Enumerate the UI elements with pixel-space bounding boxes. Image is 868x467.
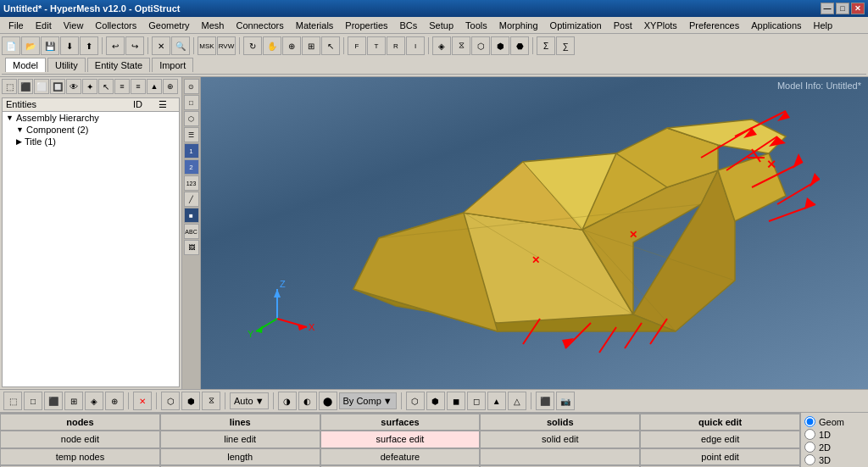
rotate-button[interactable]: ↻ <box>243 36 262 55</box>
sb-tool4[interactable]: 🔲 <box>50 79 65 94</box>
tool4[interactable]: ⬢ <box>491 36 509 55</box>
bt-render5[interactable]: ▲ <box>487 392 506 410</box>
menu-item-post[interactable]: Post <box>609 19 637 31</box>
menu-item-preferences[interactable]: Preferences <box>684 19 744 31</box>
menu-item-edit[interactable]: Edit <box>31 19 57 31</box>
bt-tool1[interactable]: ⬚ <box>3 392 22 410</box>
redo-button[interactable]: ↪ <box>125 36 144 55</box>
open-button[interactable]: 📂 <box>21 36 40 55</box>
bt-tool9[interactable]: ⬢ <box>181 392 200 410</box>
mask-button[interactable]: MSK <box>198 36 216 55</box>
delete-button[interactable]: ✕ <box>152 36 170 55</box>
vp-btn9[interactable]: ■ <box>184 208 199 223</box>
bt-tool5[interactable]: ◈ <box>85 392 103 410</box>
cell-line-edit[interactable]: line edit <box>160 431 320 448</box>
bt-tool3[interactable]: ⬛ <box>44 392 63 410</box>
bt-tool6[interactable]: ⊕ <box>105 392 124 410</box>
tab-model[interactable]: Model <box>5 58 46 72</box>
radio-1d-input[interactable] <box>804 429 815 440</box>
bt-anim1[interactable]: ⬛ <box>536 392 554 410</box>
tool6[interactable]: Σ <box>537 36 555 55</box>
bt-tool7[interactable]: ✕ <box>133 392 152 410</box>
zoom-button[interactable]: ⊕ <box>282 36 301 55</box>
sb-tool1[interactable]: ⬚ <box>2 79 17 94</box>
bt-tool4[interactable]: ⊞ <box>64 392 83 410</box>
sb-tool2[interactable]: ⬛ <box>18 79 33 94</box>
menu-item-materials[interactable]: Materials <box>291 19 339 31</box>
vp-btn3[interactable]: ⬡ <box>184 111 199 126</box>
vp-btn1[interactable]: ⊙ <box>184 79 199 94</box>
radio-2d[interactable]: 2D <box>804 442 865 453</box>
view-iso[interactable]: I <box>406 36 425 55</box>
save-button[interactable]: 💾 <box>41 36 59 55</box>
bycomp-dropdown[interactable]: By Comp ▼ <box>339 392 397 409</box>
menu-item-morphing[interactable]: Morphing <box>494 19 543 31</box>
bt-comp3[interactable]: ⬤ <box>319 392 337 410</box>
sb-icon1[interactable]: ▲ <box>147 79 162 94</box>
tool2[interactable]: ⧖ <box>452 36 470 55</box>
radio-2d-input[interactable] <box>804 442 815 453</box>
menu-item-file[interactable]: File <box>3 19 29 31</box>
menu-item-connectors[interactable]: Connectors <box>231 19 288 31</box>
menu-item-xyplots[interactable]: XYPlots <box>639 19 682 31</box>
find-button[interactable]: 🔍 <box>171 36 190 55</box>
vp-btn8[interactable]: ╱ <box>184 192 199 207</box>
menu-item-help[interactable]: Help <box>809 19 838 31</box>
auto-dropdown[interactable]: Auto ▼ <box>230 392 269 409</box>
menu-item-tools[interactable]: Tools <box>460 19 492 31</box>
vp-btn5[interactable]: 1 <box>184 143 199 158</box>
maximize-button[interactable]: □ <box>836 3 849 14</box>
vp-btn7[interactable]: 123 <box>184 175 199 191</box>
export-button[interactable]: ⬆ <box>80 36 98 55</box>
tool3[interactable]: ⬡ <box>471 36 490 55</box>
tab-utility[interactable]: Utility <box>47 58 86 72</box>
sb-tool7[interactable]: ↖ <box>98 79 114 94</box>
bt-tool2[interactable]: □ <box>24 392 42 410</box>
tool7[interactable]: ∑ <box>556 36 575 55</box>
menu-item-mesh[interactable]: Mesh <box>197 19 230 31</box>
menu-item-geometry[interactable]: Geometry <box>143 19 194 31</box>
tree-assembly[interactable]: ▼ Assembly Hierarchy <box>3 112 179 124</box>
fit-button[interactable]: ⊞ <box>302 36 320 55</box>
tab-import[interactable]: Import <box>152 58 193 72</box>
view-front[interactable]: F <box>348 36 366 55</box>
close-button[interactable]: ✕ <box>851 3 865 14</box>
cell-edge-edit[interactable]: edge edit <box>640 431 800 448</box>
tool1[interactable]: ◈ <box>432 36 451 55</box>
bt-comp1[interactable]: ◑ <box>278 392 297 410</box>
cell-solid-edit[interactable]: solid edit <box>480 431 640 448</box>
tool5[interactable]: ⬣ <box>510 36 529 55</box>
undo-button[interactable]: ↩ <box>106 36 125 55</box>
review-button[interactable]: RVW <box>217 36 236 55</box>
tree-component[interactable]: ▼ Component (2) <box>3 124 179 136</box>
bt-render1[interactable]: ⬡ <box>406 392 425 410</box>
menu-item-bcs[interactable]: BCs <box>395 19 423 31</box>
menu-item-setup[interactable]: Setup <box>424 19 459 31</box>
sb-icon2[interactable]: ⊕ <box>163 79 178 94</box>
menu-item-optimization[interactable]: Optimization <box>545 19 607 31</box>
sb-tool3[interactable]: ⬜ <box>34 79 49 94</box>
view-top[interactable]: T <box>367 36 386 55</box>
cell-surface-edit[interactable]: surface edit <box>320 431 481 448</box>
cell-node-edit[interactable]: node edit <box>0 431 160 448</box>
cell-temp-nodes[interactable]: temp nodes <box>0 448 160 465</box>
bt-comp2[interactable]: ◐ <box>298 392 317 410</box>
bt-anim2[interactable]: 📷 <box>556 392 575 410</box>
vp-btn4[interactable]: ☰ <box>184 127 199 142</box>
vp-btn6[interactable]: 2 <box>184 159 199 175</box>
bt-tool8[interactable]: ⬡ <box>161 392 180 410</box>
radio-geom[interactable]: Geom <box>804 416 865 427</box>
sb-tool5[interactable]: 👁 <box>66 79 81 94</box>
radio-3d[interactable]: 3D <box>804 454 865 465</box>
cell-defeature[interactable]: defeature <box>320 448 481 465</box>
minimize-button[interactable]: — <box>821 3 834 14</box>
view-right[interactable]: R <box>387 36 405 55</box>
bt-tool10[interactable]: ⧖ <box>202 392 220 410</box>
menu-item-applications[interactable]: Applications <box>746 19 806 31</box>
bt-render3[interactable]: ◼ <box>447 392 465 410</box>
viewport[interactable]: Model Info: Untitled* 1CAE.COM <box>201 77 868 389</box>
pan-button[interactable]: ✋ <box>263 36 281 55</box>
cell-point-edit[interactable]: point edit <box>640 448 800 465</box>
radio-3d-input[interactable] <box>804 454 815 465</box>
select-button[interactable]: ↖ <box>321 36 340 55</box>
